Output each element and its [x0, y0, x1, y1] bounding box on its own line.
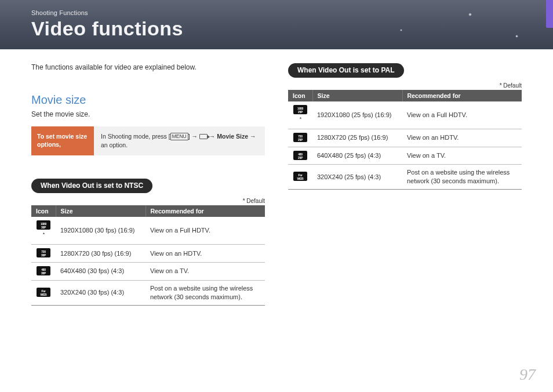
- cell-size: 640X480 (30 fps) (4:3): [56, 262, 145, 280]
- default-star: *: [43, 231, 45, 237]
- cell-icon: ForWEB: [288, 165, 312, 190]
- pal-table: Icon Size Recommended for 108025P*1920X1…: [288, 90, 522, 190]
- resolution-icon: ForWEB: [37, 288, 50, 297]
- tip-left: To set movie size options,: [31, 126, 94, 155]
- cell-icon: 108025P*: [288, 101, 312, 129]
- table-row: 72025P1280X720 (25 fps) (16:9)View on an…: [288, 129, 522, 147]
- cell-rec: View on a TV.: [145, 262, 265, 280]
- resolution-icon: 72025P: [293, 133, 307, 142]
- content-area: The functions available for video are ex…: [0, 49, 553, 306]
- table-row: 48025P640X480 (25 fps) (4:3)View on a TV…: [288, 147, 522, 165]
- cell-icon: 108030P*: [31, 217, 56, 244]
- ntsc-pill: When Video Out is set to NTSC: [31, 179, 152, 193]
- pal-tbody: 108025P*1920X1080 (25 fps) (16:9)View on…: [288, 101, 522, 190]
- table-header-row: Icon Size Recommended for: [288, 90, 522, 101]
- default-note: * Default: [288, 82, 522, 89]
- movie-size-heading: Movie size: [31, 93, 265, 107]
- table-row: 48030P640X480 (30 fps) (4:3)View on a TV…: [31, 262, 265, 280]
- resolution-icon: 108025P: [293, 105, 307, 114]
- th-size: Size: [312, 90, 402, 101]
- th-size: Size: [56, 205, 145, 217]
- movie-mode-icon: [199, 134, 208, 139]
- tip-right: In Shooting mode, press [MENU] → → Movie…: [94, 126, 265, 155]
- th-rec: Recommended for: [145, 205, 265, 217]
- tip-text: ] →: [188, 133, 199, 140]
- cell-icon: 72030P: [31, 245, 56, 263]
- cell-rec: View on a Full HDTV.: [402, 101, 522, 129]
- cell-size: 1920X1080 (25 fps) (16:9): [312, 101, 402, 129]
- cell-size: 320X240 (30 fps) (4:3): [56, 280, 145, 305]
- cell-size: 640X480 (25 fps) (4:3): [312, 147, 402, 165]
- cell-icon: 72025P: [288, 129, 312, 147]
- cell-size: 1920X1080 (30 fps) (16:9): [56, 217, 145, 244]
- table-row: 108025P*1920X1080 (25 fps) (16:9)View on…: [288, 101, 522, 129]
- movie-size-subtext: Set the movie size.: [31, 110, 265, 118]
- section-tab: [546, 0, 553, 28]
- cell-size: 1280X720 (25 fps) (16:9): [312, 129, 402, 147]
- pal-pill: When Video Out is set to PAL: [288, 63, 404, 78]
- intro-text: The functions available for video are ex…: [31, 63, 265, 71]
- sparkle-decor: [468, 13, 472, 16]
- table-row: ForWEB320X240 (25 fps) (4:3)Post on a we…: [288, 165, 522, 190]
- cell-rec: View on a Full HDTV.: [145, 217, 265, 244]
- default-note: * Default: [31, 198, 265, 204]
- th-rec: Recommended for: [402, 90, 522, 101]
- resolution-icon: 72030P: [37, 248, 50, 257]
- default-star: *: [300, 116, 302, 122]
- table-row: 108030P*1920X1080 (30 fps) (16:9)View on…: [31, 217, 265, 244]
- cell-icon: 48025P: [288, 147, 312, 165]
- page-number: 97: [519, 365, 536, 384]
- th-icon: Icon: [288, 90, 312, 101]
- cell-size: 320X240 (25 fps) (4:3): [312, 165, 402, 190]
- resolution-icon: 48030P: [37, 266, 50, 275]
- cell-icon: 48030P: [31, 262, 56, 280]
- sparkle-decor: [400, 29, 402, 31]
- cell-icon: ForWEB: [31, 280, 56, 305]
- sparkle-decor: [515, 35, 518, 38]
- page-header: Shooting Functions Video functions: [0, 0, 553, 49]
- table-row: ForWEB320X240 (30 fps) (4:3)Post on a we…: [31, 280, 265, 305]
- cell-rec: View on a TV.: [402, 147, 522, 165]
- cell-rec: View on an HDTV.: [402, 129, 522, 147]
- tip-box: To set movie size options, In Shooting m…: [31, 126, 265, 155]
- tip-text: In Shooting mode, press [: [101, 133, 170, 140]
- cell-rec: Post on a website using the wireless net…: [402, 165, 522, 190]
- chapter-label: Shooting Functions: [31, 9, 553, 16]
- cell-rec: View on an HDTV.: [145, 245, 265, 263]
- cell-size: 1280X720 (30 fps) (16:9): [56, 245, 145, 263]
- table-row: 72030P1280X720 (30 fps) (16:9)View on an…: [31, 245, 265, 263]
- ntsc-tbody: 108030P*1920X1080 (30 fps) (16:9)View on…: [31, 217, 265, 305]
- menu-icon: MENU: [170, 133, 188, 140]
- table-header-row: Icon Size Recommended for: [31, 205, 265, 217]
- resolution-icon: ForWEB: [293, 172, 307, 181]
- th-icon: Icon: [31, 205, 56, 217]
- right-column: When Video Out is set to PAL * Default I…: [288, 63, 522, 306]
- resolution-icon: 48025P: [293, 151, 307, 160]
- tip-bold: Movie Size: [217, 133, 248, 140]
- page-title: Video functions: [31, 17, 553, 40]
- resolution-icon: 108030P: [37, 220, 50, 230]
- cell-rec: Post on a website using the wireless net…: [145, 280, 265, 305]
- left-column: The functions available for video are ex…: [31, 63, 265, 306]
- ntsc-table: Icon Size Recommended for 108030P*1920X1…: [31, 205, 265, 305]
